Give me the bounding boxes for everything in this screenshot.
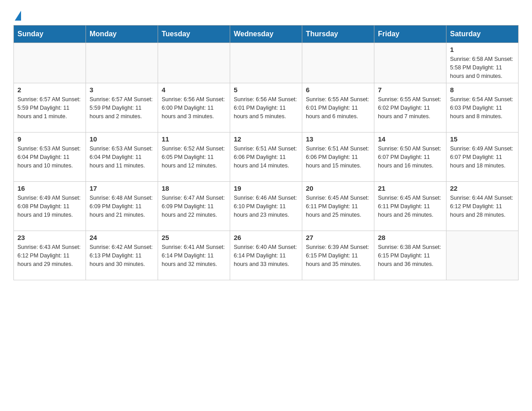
calendar-table: SundayMondayTuesdayWednesdayThursdayFrid…: [13, 25, 519, 280]
calendar-cell: [302, 43, 374, 83]
day-number: 23: [17, 234, 82, 241]
weekday-header-tuesday: Tuesday: [158, 26, 230, 43]
calendar-cell: 2Sunrise: 6:57 AM Sunset: 5:59 PM Daylig…: [14, 83, 86, 133]
day-number: 20: [306, 184, 370, 192]
week-row-2: 2Sunrise: 6:57 AM Sunset: 5:59 PM Daylig…: [14, 83, 519, 133]
calendar-cell: 27Sunrise: 6:39 AM Sunset: 6:15 PM Dayli…: [302, 231, 374, 280]
calendar-cell: 4Sunrise: 6:56 AM Sunset: 6:00 PM Daylig…: [158, 83, 230, 133]
day-number: 14: [378, 135, 442, 143]
week-row-1: 1Sunrise: 6:58 AM Sunset: 5:58 PM Daylig…: [14, 43, 519, 83]
calendar-cell: 5Sunrise: 6:56 AM Sunset: 6:01 PM Daylig…: [230, 83, 302, 133]
calendar-cell: 20Sunrise: 6:45 AM Sunset: 6:11 PM Dayli…: [302, 182, 374, 231]
calendar-cell: 13Sunrise: 6:51 AM Sunset: 6:06 PM Dayli…: [302, 133, 374, 182]
day-info: Sunrise: 6:46 AM Sunset: 6:10 PM Dayligh…: [234, 194, 298, 219]
calendar-cell: 25Sunrise: 6:41 AM Sunset: 6:14 PM Dayli…: [158, 231, 230, 280]
day-info: Sunrise: 6:55 AM Sunset: 6:01 PM Dayligh…: [306, 95, 370, 120]
day-number: 3: [90, 86, 154, 94]
calendar-cell: 26Sunrise: 6:40 AM Sunset: 6:14 PM Dayli…: [230, 231, 302, 280]
day-number: 24: [90, 234, 154, 241]
day-info: Sunrise: 6:56 AM Sunset: 6:01 PM Dayligh…: [234, 95, 298, 120]
day-number: 25: [162, 234, 226, 241]
weekday-header-row: SundayMondayTuesdayWednesdayThursdayFrid…: [14, 26, 519, 43]
day-info: Sunrise: 6:42 AM Sunset: 6:13 PM Dayligh…: [90, 243, 154, 268]
day-info: Sunrise: 6:47 AM Sunset: 6:09 PM Dayligh…: [162, 194, 226, 219]
day-info: Sunrise: 6:43 AM Sunset: 6:12 PM Dayligh…: [17, 243, 82, 268]
day-number: 13: [306, 135, 370, 143]
weekday-header-saturday: Saturday: [446, 26, 519, 43]
calendar-cell: [230, 43, 302, 83]
calendar-cell: 19Sunrise: 6:46 AM Sunset: 6:10 PM Dayli…: [230, 182, 302, 231]
day-info: Sunrise: 6:40 AM Sunset: 6:14 PM Dayligh…: [234, 243, 298, 268]
calendar-cell: 28Sunrise: 6:38 AM Sunset: 6:15 PM Dayli…: [374, 231, 446, 280]
day-number: 22: [450, 184, 515, 192]
weekday-header-thursday: Thursday: [302, 26, 374, 43]
day-info: Sunrise: 6:57 AM Sunset: 5:59 PM Dayligh…: [90, 95, 154, 120]
calendar-cell: 3Sunrise: 6:57 AM Sunset: 5:59 PM Daylig…: [86, 83, 158, 133]
calendar-cell: 21Sunrise: 6:45 AM Sunset: 6:11 PM Dayli…: [374, 182, 446, 231]
day-number: 21: [378, 184, 442, 192]
day-info: Sunrise: 6:56 AM Sunset: 6:00 PM Dayligh…: [162, 95, 226, 120]
day-info: Sunrise: 6:49 AM Sunset: 6:08 PM Dayligh…: [17, 194, 82, 219]
day-info: Sunrise: 6:39 AM Sunset: 6:15 PM Dayligh…: [306, 243, 370, 268]
day-info: Sunrise: 6:41 AM Sunset: 6:14 PM Dayligh…: [162, 243, 226, 268]
logo-triangle-icon: [15, 11, 21, 21]
day-info: Sunrise: 6:51 AM Sunset: 6:06 PM Dayligh…: [234, 145, 298, 170]
day-number: 5: [234, 86, 298, 94]
calendar-cell: 22Sunrise: 6:44 AM Sunset: 6:12 PM Dayli…: [446, 182, 519, 231]
calendar-cell: 10Sunrise: 6:53 AM Sunset: 6:04 PM Dayli…: [86, 133, 158, 182]
day-number: 2: [17, 86, 82, 94]
calendar-cell: [374, 43, 446, 83]
calendar-cell: 11Sunrise: 6:52 AM Sunset: 6:05 PM Dayli…: [158, 133, 230, 182]
day-number: 19: [234, 184, 298, 192]
calendar-cell: [14, 43, 86, 83]
weekday-header-wednesday: Wednesday: [230, 26, 302, 43]
day-number: 26: [234, 234, 298, 241]
day-number: 15: [450, 135, 515, 143]
day-number: 16: [17, 184, 82, 192]
weekday-header-friday: Friday: [374, 26, 446, 43]
day-info: Sunrise: 6:50 AM Sunset: 6:07 PM Dayligh…: [378, 145, 442, 170]
calendar-cell: 6Sunrise: 6:55 AM Sunset: 6:01 PM Daylig…: [302, 83, 374, 133]
day-number: 8: [450, 86, 515, 94]
day-info: Sunrise: 6:45 AM Sunset: 6:11 PM Dayligh…: [378, 194, 442, 219]
calendar-cell: 1Sunrise: 6:58 AM Sunset: 5:58 PM Daylig…: [446, 43, 519, 83]
calendar-cell: 18Sunrise: 6:47 AM Sunset: 6:09 PM Dayli…: [158, 182, 230, 231]
calendar-cell: 17Sunrise: 6:48 AM Sunset: 6:09 PM Dayli…: [86, 182, 158, 231]
week-row-4: 16Sunrise: 6:49 AM Sunset: 6:08 PM Dayli…: [14, 182, 519, 231]
day-info: Sunrise: 6:38 AM Sunset: 6:15 PM Dayligh…: [378, 243, 442, 268]
day-info: Sunrise: 6:57 AM Sunset: 5:59 PM Dayligh…: [17, 95, 82, 120]
day-number: 27: [306, 234, 370, 241]
day-number: 18: [162, 184, 226, 192]
week-row-3: 9Sunrise: 6:53 AM Sunset: 6:04 PM Daylig…: [14, 133, 519, 182]
day-number: 12: [234, 135, 298, 143]
calendar-cell: 23Sunrise: 6:43 AM Sunset: 6:12 PM Dayli…: [14, 231, 86, 280]
page-header: [13, 9, 519, 21]
day-number: 7: [378, 86, 442, 94]
calendar-cell: 9Sunrise: 6:53 AM Sunset: 6:04 PM Daylig…: [14, 133, 86, 182]
day-number: 28: [378, 234, 442, 241]
day-info: Sunrise: 6:52 AM Sunset: 6:05 PM Dayligh…: [162, 145, 226, 170]
day-number: 6: [306, 86, 370, 94]
day-info: Sunrise: 6:54 AM Sunset: 6:03 PM Dayligh…: [450, 95, 515, 120]
day-number: 9: [17, 135, 82, 143]
day-info: Sunrise: 6:53 AM Sunset: 6:04 PM Dayligh…: [17, 145, 82, 170]
day-info: Sunrise: 6:44 AM Sunset: 6:12 PM Dayligh…: [450, 194, 515, 219]
calendar-cell: 7Sunrise: 6:55 AM Sunset: 6:02 PM Daylig…: [374, 83, 446, 133]
weekday-header-monday: Monday: [86, 26, 158, 43]
calendar-cell: 14Sunrise: 6:50 AM Sunset: 6:07 PM Dayli…: [374, 133, 446, 182]
day-info: Sunrise: 6:55 AM Sunset: 6:02 PM Dayligh…: [378, 95, 442, 120]
calendar-cell: 8Sunrise: 6:54 AM Sunset: 6:03 PM Daylig…: [446, 83, 519, 133]
day-info: Sunrise: 6:58 AM Sunset: 5:58 PM Dayligh…: [450, 55, 515, 80]
calendar-cell: 16Sunrise: 6:49 AM Sunset: 6:08 PM Dayli…: [14, 182, 86, 231]
weekday-header-sunday: Sunday: [14, 26, 86, 43]
calendar-cell: [158, 43, 230, 83]
week-row-5: 23Sunrise: 6:43 AM Sunset: 6:12 PM Dayli…: [14, 231, 519, 280]
day-info: Sunrise: 6:49 AM Sunset: 6:07 PM Dayligh…: [450, 145, 515, 170]
day-number: 4: [162, 86, 226, 94]
day-number: 17: [90, 184, 154, 192]
calendar-cell: 12Sunrise: 6:51 AM Sunset: 6:06 PM Dayli…: [230, 133, 302, 182]
day-number: 10: [90, 135, 154, 143]
day-number: 1: [450, 46, 515, 53]
calendar-cell: [446, 231, 519, 280]
calendar-cell: [86, 43, 158, 83]
